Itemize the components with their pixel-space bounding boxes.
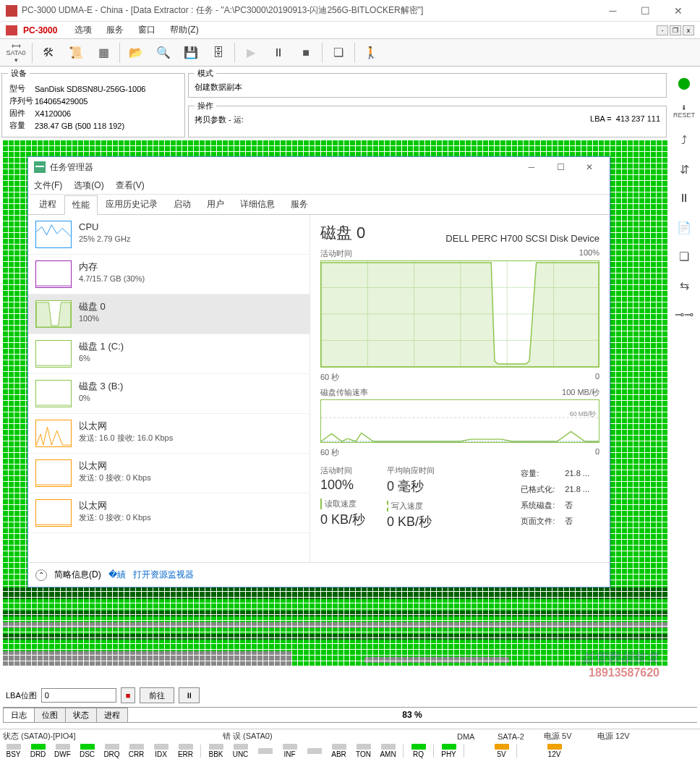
reverse-icon[interactable]: ⇆ [673, 274, 696, 297]
tm-footer: ⌃ 简略信息(D) �績 打开资源监视器 [28, 562, 610, 587]
tm-menu-options[interactable]: 选项(O) [74, 179, 103, 192]
device-legend: 设备 [8, 68, 30, 79]
led-BBK: BBK [204, 744, 228, 758]
app-name: PC-3000 [23, 25, 57, 35]
tab-startup[interactable]: 启动 [166, 195, 199, 214]
tool-search-icon[interactable]: 🔍 [150, 41, 176, 64]
tm-maximize[interactable]: ☐ [546, 158, 575, 176]
tm-menu-file[interactable]: 文件(F) [34, 179, 62, 192]
mdi-close[interactable]: x [683, 25, 694, 35]
reset-icon[interactable]: ⬇RESET [673, 100, 696, 123]
window-titlebar: PC-3000 UDMA-E - China - [Data Extractor… [0, 0, 700, 22]
svg-rect-4 [3, 588, 668, 599]
sata-selector[interactable]: ⟷SATA0▾ [3, 41, 29, 64]
menu-window[interactable]: 窗口 [132, 22, 161, 38]
resmon-link[interactable]: 打开资源监视器 [133, 569, 194, 581]
perf-item-0[interactable]: CPU25% 2.79 GHz [28, 215, 310, 255]
led-blank [302, 748, 326, 755]
btab-log[interactable]: 日志 [3, 708, 35, 723]
cylinder-icon[interactable]: ⬤ [673, 71, 696, 94]
svg-rect-6 [3, 611, 668, 616]
led-ERR: ERR [174, 744, 197, 758]
btab-bitmap[interactable]: 位图 [34, 708, 66, 723]
perf-item-6[interactable]: 以太网发送: 0 接收: 0 Kbps [28, 454, 310, 493]
tab-users[interactable]: 用户 [199, 195, 232, 214]
goto-button[interactable]: 前往 [140, 687, 174, 703]
tool-disk-icon[interactable]: 💾 [178, 41, 204, 64]
tool-open-icon[interactable]: 📂 [123, 41, 149, 64]
tm-close[interactable]: ✕ [575, 158, 604, 176]
pc3000-icon [6, 25, 17, 35]
tab-history[interactable]: 应用历史记录 [98, 195, 166, 214]
taskmgr-icon [34, 161, 46, 173]
windows-icon[interactable]: ❏ [325, 41, 351, 64]
led-AMN: AMN [376, 744, 400, 758]
pause-nav-button[interactable]: ⏸ [179, 687, 200, 703]
tab-services[interactable]: 服务 [283, 195, 316, 214]
minimize-button[interactable]: ─ [597, 0, 629, 22]
btab-process[interactable]: 进程 [96, 708, 128, 723]
adjust-icon[interactable]: ⊸⊸ [673, 302, 696, 326]
svg-rect-7 [3, 622, 668, 628]
led-DRQ: DRQ [100, 744, 124, 758]
tm-title-text: 任务管理器 [50, 161, 517, 174]
head-icon[interactable]: ⇵ [673, 158, 696, 181]
close-button[interactable]: ✕ [662, 0, 694, 22]
tool-cylinder-icon[interactable]: 🗄 [205, 41, 231, 64]
brief-info-link[interactable]: 简略信息(D) [54, 569, 101, 581]
svg-rect-13 [35, 166, 44, 167]
menu-help[interactable]: 帮助(Z) [164, 22, 204, 38]
recalibrate-icon[interactable]: ⤴ [673, 129, 696, 152]
task-manager-window: 任务管理器 ─ ☐ ✕ 文件(F) 选项(O) 查看(V) 进程 性能 应用历史… [27, 156, 610, 588]
perf-item-7[interactable]: 以太网发送: 0 接收: 0 Kbps [28, 493, 310, 533]
doc-icon[interactable]: 📄 [673, 216, 696, 239]
led-UNC: UNC [229, 744, 252, 758]
tool-register-icon[interactable]: ▦ [90, 41, 116, 64]
menu-services[interactable]: 服务 [101, 22, 129, 38]
pause2-icon[interactable]: ⏸ [673, 187, 696, 210]
mdi-minimize[interactable]: - [657, 25, 668, 35]
device-fieldset: 设备 型号SanDisk SD8SN8U-256G-1006 序列号164065… [1, 68, 185, 137]
tab-performance[interactable]: 性能 [64, 195, 98, 215]
perf-item-5[interactable]: 以太网发送: 16.0 接收: 16.0 Kbps [28, 414, 310, 454]
led-5V: 5V [490, 744, 513, 758]
play-button[interactable]: ▶ [238, 41, 264, 64]
btab-status[interactable]: 状态 [65, 708, 97, 723]
perf-detail: 磁盘 0 DELL PERC H700 SCSI Disk Device 活动时… [310, 215, 610, 562]
mdi-restore[interactable]: ❐ [670, 25, 681, 35]
lba-input[interactable] [41, 688, 116, 703]
tm-minimize[interactable]: ─ [517, 158, 546, 176]
svg-text:60 MB/秒: 60 MB/秒 [570, 410, 596, 417]
led-ABR: ABR [327, 744, 351, 758]
menu-options[interactable]: 选项 [69, 22, 98, 38]
app-icon [6, 5, 17, 17]
led-INF: INF [278, 744, 302, 758]
tab-processes[interactable]: 进程 [31, 195, 64, 214]
tab-details[interactable]: 详细信息 [232, 195, 283, 214]
led-IDX: IDX [149, 744, 173, 758]
exit-icon[interactable]: 🚶 [358, 41, 384, 64]
perf-item-3[interactable]: 磁盘 1 (C:)6% [28, 334, 310, 374]
collapse-icon[interactable]: ⌃ [35, 569, 47, 581]
operation-fieldset: 操作 拷贝参数 - 运: LBA = 413 237 111 [188, 101, 667, 137]
device-name: DELL PERC H700 SCSI Disk Device [445, 233, 599, 244]
tm-titlebar[interactable]: 任务管理器 ─ ☐ ✕ [28, 157, 610, 177]
maximize-button[interactable]: ☐ [629, 0, 662, 22]
tm-menu-view[interactable]: 查看(V) [116, 179, 145, 192]
status-row: 状态 (SATA0)-[PIO4] 错 误 (SATA0) DMA SATA-2… [0, 729, 700, 743]
perf-item-4[interactable]: 磁盘 3 (B:)0% [28, 374, 310, 414]
copies-icon[interactable]: ❏ [673, 245, 696, 268]
stop-button[interactable]: ■ [293, 41, 319, 64]
perf-item-2[interactable]: 磁盘 0100% [28, 294, 310, 334]
led-12V: 12V [542, 744, 566, 758]
perf-item-1[interactable]: 内存4.7/15.7 GB (30%) [28, 255, 310, 294]
mode-value: 创建数据副本 [195, 82, 242, 91]
active-time-chart [320, 260, 599, 368]
tool-script-icon[interactable]: 📜 [63, 41, 89, 64]
pause-button[interactable]: ⏸ [265, 41, 291, 64]
svg-rect-11 [364, 657, 509, 663]
transfer-rate-chart: 60 MB/秒 [320, 399, 599, 443]
led-DSC: DSC [75, 744, 99, 758]
tool-settings-icon[interactable]: 🛠 [35, 41, 61, 64]
lba-marker-button[interactable]: ■ [121, 687, 136, 703]
